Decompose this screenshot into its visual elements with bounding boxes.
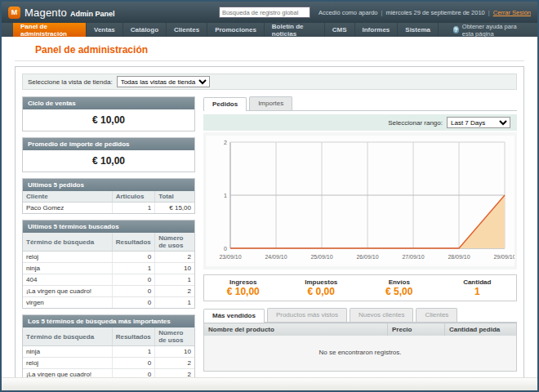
current-date: miércoles 29 de septiembre de 2010 [385,9,484,16]
search-uses: 1 [155,297,194,309]
total-label: Ingresos [204,278,283,286]
logout-link[interactable]: Cerrar Sesión [493,9,531,16]
search-term-row[interactable]: virgen 0 1 [23,297,194,309]
nav-item-cms[interactable]: CMS [325,23,355,37]
search-term-row[interactable]: reloj 0 2 [23,358,194,369]
search-results: 0 [112,252,155,263]
lifetime-sales-card: Ciclo de ventas € 10,00 [22,96,195,131]
order-items: 1 [112,203,155,214]
average-orders-value: € 10,00 [23,150,194,172]
search-term-row[interactable]: ninja 1 10 [23,346,194,358]
search-results: 1 [112,263,155,274]
global-search-input[interactable] [219,7,310,18]
search-term-row[interactable]: ninja 1 10 [23,263,194,274]
average-orders-title: Promedio de importe de pedidos [23,138,194,150]
order-customer: Paco Gomez [23,203,112,214]
search-term: ninja [23,263,112,274]
tab-most-viewed[interactable]: Productos más vistos [267,308,347,322]
col-price: Precio [388,323,445,336]
help-link[interactable]: ? Obtener ayuda para esta página [453,23,537,37]
col-customer: Cliente [23,191,112,203]
help-label: Obtener ayuda para esta página [462,23,529,38]
search-term: ninja [23,346,112,358]
search-term: reloj [23,358,112,369]
total-value: € 5,00 [360,286,439,297]
col-qty-ordered: Cantidad pedida [445,323,517,336]
nav-item-reports[interactable]: Informes [355,23,399,37]
nav-item-dashboard[interactable]: Panel de administración [13,23,87,37]
total-label: Cantidad [439,278,517,286]
bestsellers-table: Nombre del producto Precio Cantidad pedi… [203,323,517,372]
app-header: M Magento Admin Panel Accedió como apard… [2,2,537,23]
nav-item-newsletter[interactable]: Boletín de noticias [265,23,325,37]
x-tick: 26/09/10 [356,254,378,260]
y-tick: 0 [224,246,227,252]
search-term: reloj [23,252,112,263]
last-orders-title: Ultimos 5 pedidos [23,179,194,191]
lifetime-sales-title: Ciclo de ventas [23,97,194,109]
tab-new-customers[interactable]: Nuevos clientes [350,308,413,322]
empty-row: No se encontraron registros. [204,336,517,372]
search-uses: 10 [155,263,194,274]
order-row[interactable]: Paco Gomez 1 € 15,00 [23,203,194,214]
header-meta: Accedió como apardo|miércoles 29 de sept… [318,9,531,16]
col-items: Articulos [112,191,155,203]
total-tax: Impuestos € 0,00 [283,278,361,297]
brand-suffix: Admin Panel [70,10,115,18]
col-uses: Número de usos [155,233,194,252]
orders-chart: 2 1 0 23/09/10 24/09/10 25/09/10 26/09/1… [203,132,517,270]
search-uses: 2 [155,286,194,297]
search-term-row[interactable]: ¡La virgen que cuadro! 0 2 [23,286,194,297]
store-view-select[interactable]: Todas las vistas de tienda [117,76,210,87]
brand-name: Magento [24,7,67,19]
left-column: Ciclo de ventas € 10,00 Promedio de impo… [22,96,195,392]
tab-orders[interactable]: Pedidos [203,97,247,111]
nav-spacer [439,23,453,37]
nav-item-catalog[interactable]: Catálogo [123,23,167,37]
order-total: € 15,00 [155,203,194,214]
x-tick: 24/09/10 [265,254,287,260]
meta-separator: | [488,9,490,16]
x-tick: 27/09/10 [402,254,424,260]
lifetime-sales-value: € 10,00 [23,109,194,131]
nav-item-system[interactable]: Sistema [398,23,439,37]
top-search-title: Los 5 términos de búsqueda más important… [23,315,194,327]
main-nav: Panel de administración Ventas Catálogo … [2,23,537,37]
search-term-row[interactable]: 404 0 1 [23,274,194,286]
col-results: Resultados [112,233,155,252]
col-term: Término de búsqueda [23,327,112,346]
search-uses: 10 [155,346,194,358]
col-product-name: Nombre del producto [204,323,388,336]
tab-amounts[interactable]: Importes [249,96,292,110]
tab-customers[interactable]: Clientes [416,308,457,322]
store-view-label: Seleccione la vista de tienda: [28,78,113,86]
search-results: 1 [112,346,155,358]
nav-item-promotions[interactable]: Promociones [207,23,265,37]
search-results: 0 [112,297,155,309]
col-uses: Número de usos [155,327,194,346]
y-tick: 1 [224,193,227,198]
col-results: Resultados [112,327,155,346]
page-footer [2,377,537,390]
x-tick: 23/09/10 [219,254,241,260]
search-term: ¡La virgen que cuadro! [23,286,112,297]
tab-bestsellers[interactable]: Más vendidos [203,309,265,323]
nav-item-customers[interactable]: Clientes [167,23,207,37]
page-title: Panel de administración [15,37,524,61]
empty-message: No se encontraron registros. [204,336,517,372]
search-uses: 2 [155,358,194,369]
orders-chart-svg: 2 1 0 23/09/10 24/09/10 25/09/10 26/09/1… [206,136,514,266]
grid-tabs: Más vendidos Productos más vistos Nuevos… [203,308,517,323]
nav-item-sales[interactable]: Ventas [87,23,123,37]
total-label: Impuestos [283,278,361,286]
total-quantity: Cantidad 1 [439,278,517,297]
search-results: 0 [112,358,155,369]
search-uses: 1 [155,274,194,286]
col-term: Término de búsqueda [23,233,112,252]
right-column: Pedidos Importes Seleccionar rango: Last… [203,96,517,392]
range-bar: Seleccionar rango: Last 7 Days [203,114,517,131]
search-term-row[interactable]: reloj 0 2 [23,252,194,263]
magento-logo-icon: M [8,7,20,19]
range-select[interactable]: Last 7 Days [447,117,510,128]
total-value: € 0,00 [283,286,361,297]
